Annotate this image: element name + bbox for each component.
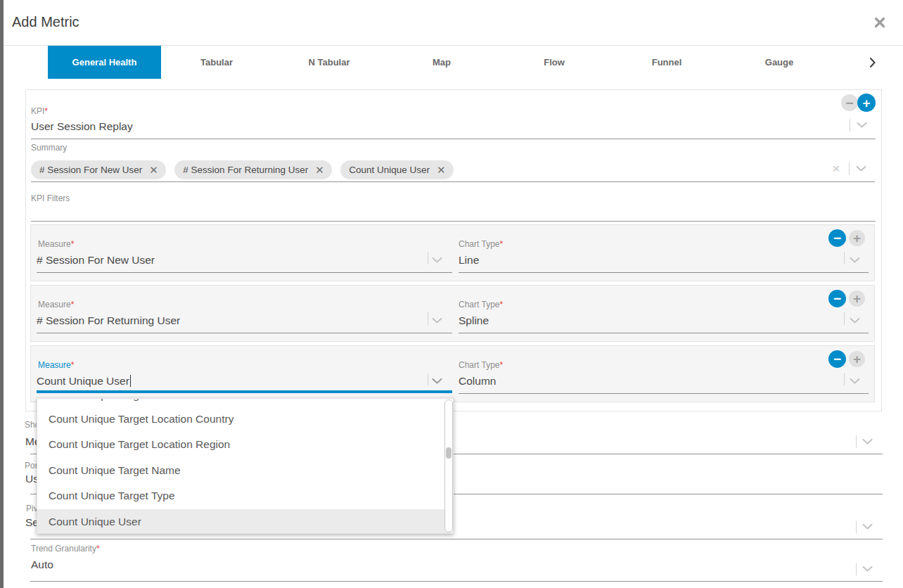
kpi-underline bbox=[31, 139, 876, 139]
summary-clear-icon[interactable]: ✕ bbox=[832, 163, 840, 174]
measure-dropdown: Count Unique Target Location Code Count … bbox=[37, 398, 454, 534]
chip-remove-icon[interactable]: ✕ bbox=[149, 164, 158, 177]
measure-underline bbox=[37, 333, 452, 333]
kpi-filters-label: KPI Filters bbox=[31, 193, 70, 204]
chart-type-label: Chart Type* bbox=[459, 238, 503, 250]
measure-chevron-down-icon[interactable] bbox=[432, 378, 442, 384]
measure-chevron-down-icon[interactable] bbox=[432, 318, 442, 324]
trend-granularity-divider bbox=[856, 563, 857, 576]
measure-divider bbox=[428, 373, 428, 385]
dropdown-scrollbar-track[interactable] bbox=[444, 400, 453, 532]
trend-granularity-underline bbox=[30, 581, 883, 582]
chart-type-value[interactable]: Spline bbox=[459, 313, 489, 328]
show-field-chevron-down-icon[interactable] bbox=[862, 439, 873, 445]
measure-divider bbox=[428, 312, 428, 325]
pivot-field-chevron-down-icon[interactable] bbox=[862, 524, 873, 530]
tab-bar: General Health Tabular N Tabular Map Flo… bbox=[0, 46, 903, 79]
summary-divider bbox=[849, 162, 850, 175]
tabs-next-icon[interactable] bbox=[869, 57, 876, 68]
chart-type-label: Chart Type* bbox=[459, 299, 503, 310]
kpi-value[interactable]: User Session Replay bbox=[31, 119, 133, 134]
measure-row-2: Measure* # Session For Returning User Ch… bbox=[30, 285, 875, 342]
modal-title: Add Metric bbox=[12, 13, 79, 31]
summary-chip[interactable]: # Session For Returning User✕ bbox=[174, 160, 331, 179]
summary-underline bbox=[31, 181, 875, 182]
chart-type-chevron-down-icon[interactable] bbox=[850, 257, 860, 263]
chart-type-underline bbox=[459, 272, 869, 273]
dropdown-option[interactable]: Count Unique Target Type bbox=[37, 483, 453, 509]
chart-type-value[interactable]: Line bbox=[459, 253, 479, 267]
pivot-field-divider bbox=[856, 521, 857, 534]
text-cursor bbox=[130, 375, 131, 387]
chart-type-value[interactable]: Column bbox=[459, 373, 496, 388]
dropdown-option[interactable]: Count Unique Target Location Country bbox=[37, 407, 453, 432]
kpi-label: KPI* bbox=[31, 106, 48, 117]
chart-type-chevron-down-icon[interactable] bbox=[850, 378, 860, 384]
close-icon[interactable] bbox=[874, 17, 885, 28]
dropdown-option-clipped[interactable]: Count Unique Target Location Code bbox=[37, 399, 453, 407]
measure-input[interactable]: Count Unique User bbox=[37, 373, 131, 388]
measure-chevron-down-icon[interactable] bbox=[432, 257, 442, 263]
tab-tabular[interactable]: Tabular bbox=[160, 46, 273, 79]
dropdown-scrollbar-thumb[interactable] bbox=[446, 447, 452, 459]
page-left-strip bbox=[0, 0, 4, 588]
kpi-add-button[interactable]: + bbox=[857, 94, 876, 112]
measure-label: Measure* bbox=[38, 238, 74, 250]
chip-remove-icon[interactable]: ✕ bbox=[437, 164, 446, 177]
measure-underline-focused bbox=[37, 390, 452, 393]
dropdown-option[interactable]: Count Unique Target Location Region bbox=[37, 432, 453, 457]
measure-label: Measure* bbox=[38, 359, 74, 371]
measure-row-1: Measure* # Session For New User Chart Ty… bbox=[30, 224, 875, 281]
chart-type-divider bbox=[844, 252, 845, 264]
chart-type-divider bbox=[844, 312, 845, 325]
row-add-button[interactable]: + bbox=[849, 351, 865, 367]
chip-remove-icon[interactable]: ✕ bbox=[315, 164, 324, 177]
chart-type-divider bbox=[844, 373, 845, 385]
tab-general-health[interactable]: General Health bbox=[48, 46, 161, 79]
summary-chips: # Session For New User✕ # Session For Re… bbox=[31, 160, 459, 179]
kpi-filters-underline bbox=[31, 221, 876, 222]
row-remove-button[interactable]: − bbox=[828, 229, 846, 247]
measure-divider bbox=[428, 252, 428, 264]
kpi-chevron-down-icon[interactable] bbox=[857, 122, 867, 128]
chart-type-underline bbox=[459, 393, 869, 394]
summary-chip[interactable]: # Session For New User✕ bbox=[31, 160, 166, 179]
measure-row-3: Measure* Count Unique User Chart Type* C… bbox=[30, 345, 875, 402]
chart-type-chevron-down-icon[interactable] bbox=[850, 318, 860, 324]
tab-gauge[interactable]: Gauge bbox=[723, 46, 835, 79]
kpi-divider bbox=[850, 119, 850, 132]
dropdown-option-selected[interactable]: Count Unique User bbox=[37, 509, 453, 534]
chart-type-underline bbox=[459, 333, 869, 333]
summary-chip[interactable]: Count Unique User✕ bbox=[340, 160, 453, 179]
tab-flow[interactable]: Flow bbox=[498, 46, 610, 79]
summary-label: Summary bbox=[31, 142, 67, 153]
summary-chevron-down-icon[interactable] bbox=[856, 166, 866, 172]
dropdown-option[interactable]: Count Unique Target Name bbox=[37, 458, 453, 483]
row-add-button[interactable]: + bbox=[849, 230, 865, 246]
measure-value[interactable]: # Session For New User bbox=[37, 253, 155, 267]
tab-funnel[interactable]: Funnel bbox=[610, 46, 723, 79]
row-add-button[interactable]: + bbox=[849, 290, 865, 307]
trend-granularity-value[interactable]: Auto bbox=[31, 557, 53, 572]
show-field-divider bbox=[856, 435, 857, 448]
tab-map[interactable]: Map bbox=[385, 46, 498, 79]
trend-granularity-chevron-down-icon[interactable] bbox=[862, 566, 873, 572]
row-remove-button[interactable]: − bbox=[828, 350, 846, 368]
measure-underline bbox=[37, 272, 452, 273]
tab-n-tabular[interactable]: N Tabular bbox=[273, 46, 385, 79]
measure-value[interactable]: # Session For Returning User bbox=[37, 313, 180, 328]
trend-granularity-label: Trend Granularity* bbox=[31, 543, 100, 554]
row-remove-button[interactable]: − bbox=[828, 290, 846, 307]
chart-type-label: Chart Type* bbox=[459, 359, 503, 371]
pivot-field-underline bbox=[30, 539, 883, 539]
measure-label: Measure* bbox=[38, 299, 74, 310]
kpi-remove-button[interactable]: − bbox=[841, 94, 858, 111]
portfolio-field-label: Por bbox=[25, 460, 38, 471]
